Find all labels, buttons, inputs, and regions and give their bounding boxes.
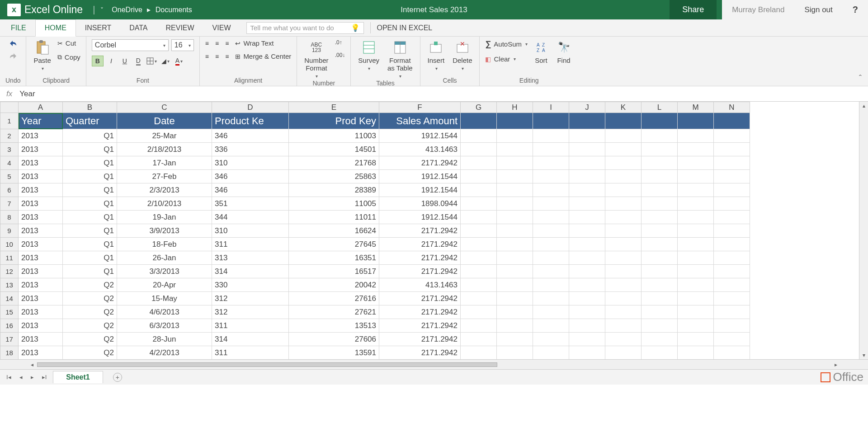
cell[interactable] (714, 197, 750, 211)
sheet-nav-next-icon[interactable]: ▸ (29, 373, 36, 381)
cell[interactable] (461, 251, 497, 265)
cell[interactable]: 25863 (289, 170, 379, 183)
row-header[interactable]: 4 (0, 156, 19, 170)
cell[interactable] (605, 238, 642, 251)
cell[interactable]: 2013 (19, 197, 63, 211)
cell[interactable]: 2171.2942 (379, 305, 461, 319)
cell[interactable] (714, 224, 750, 238)
cell[interactable] (497, 319, 533, 333)
cell[interactable] (533, 346, 569, 360)
cell[interactable]: 336 (212, 143, 289, 156)
row-header[interactable]: 17 (0, 333, 19, 346)
cell[interactable] (533, 170, 569, 183)
survey-button[interactable]: Survey▾ (356, 39, 381, 72)
cell[interactable] (642, 278, 678, 292)
header-cell[interactable]: Product Ke (212, 113, 289, 129)
cell[interactable] (569, 170, 605, 183)
sort-button[interactable]: AZZA Sort (532, 39, 550, 65)
cell[interactable]: 2013 (19, 224, 63, 238)
cell[interactable] (642, 265, 678, 278)
cell[interactable]: 2013 (19, 265, 63, 278)
row-header[interactable]: 10 (0, 238, 19, 251)
cell[interactable] (642, 197, 678, 211)
cell[interactable]: 28389 (289, 183, 379, 197)
font-size-select[interactable]: 16▾ (171, 39, 194, 51)
cell[interactable] (533, 305, 569, 319)
cell[interactable] (461, 183, 497, 197)
cell[interactable]: 413.1463 (379, 278, 461, 292)
cell[interactable]: 2013 (19, 305, 63, 319)
cell[interactable] (714, 170, 750, 183)
cell[interactable] (678, 113, 714, 129)
tab-data[interactable]: DATA (120, 19, 156, 36)
cell[interactable] (642, 170, 678, 183)
undo-button[interactable] (8, 39, 18, 47)
cell[interactable] (569, 224, 605, 238)
sheet-nav-prev-icon[interactable]: ◂ (18, 373, 24, 381)
cell[interactable] (642, 143, 678, 156)
cell[interactable] (605, 346, 642, 360)
find-button[interactable]: 🔭 Find (555, 39, 573, 65)
cell[interactable] (569, 129, 605, 143)
cell[interactable]: 15-May (117, 292, 212, 305)
cell[interactable] (569, 292, 605, 305)
cell[interactable] (678, 278, 714, 292)
cell[interactable] (569, 333, 605, 346)
cell[interactable] (533, 278, 569, 292)
wrap-text-button[interactable]: ↩Wrap Text (235, 39, 274, 47)
spreadsheet-grid[interactable]: ABCDEFGHIJKLMN1YearQuarterDateProduct Ke… (0, 102, 750, 359)
cell[interactable]: 311 (212, 238, 289, 251)
cell[interactable]: 2171.2942 (379, 238, 461, 251)
header-cell[interactable]: Quarter (63, 113, 117, 129)
cell[interactable]: 2013 (19, 129, 63, 143)
cell[interactable] (461, 129, 497, 143)
cell[interactable] (678, 156, 714, 170)
insert-cells-button[interactable]: Insert▾ (426, 39, 447, 72)
cell[interactable]: 4/6/2013 (117, 305, 212, 319)
cell[interactable] (678, 305, 714, 319)
cell[interactable]: 6/3/2013 (117, 319, 212, 333)
scroll-right-icon[interactable]: ▸ (831, 362, 841, 368)
cell[interactable] (569, 113, 605, 129)
font-color-button[interactable]: A▾ (173, 56, 185, 66)
cell[interactable]: Q1 (63, 183, 117, 197)
cell[interactable] (678, 129, 714, 143)
cell[interactable]: 1912.1544 (379, 129, 461, 143)
col-header[interactable]: N (714, 102, 750, 113)
cell[interactable]: 27616 (289, 292, 379, 305)
cell[interactable] (678, 292, 714, 305)
row-header[interactable]: 14 (0, 292, 19, 305)
row-header[interactable]: 8 (0, 211, 19, 224)
cell[interactable] (461, 278, 497, 292)
cell[interactable]: 11011 (289, 211, 379, 224)
cell[interactable] (569, 156, 605, 170)
cell[interactable]: 2013 (19, 346, 63, 360)
col-header[interactable]: C (117, 102, 212, 113)
tab-file[interactable]: FILE (0, 19, 35, 36)
align-bottom-button[interactable]: ≡ (225, 40, 229, 47)
open-in-excel-link[interactable]: OPEN IN EXCEL (377, 19, 433, 36)
cell[interactable]: 2/18/2013 (117, 143, 212, 156)
cell[interactable] (642, 129, 678, 143)
cell[interactable] (714, 251, 750, 265)
cell[interactable] (714, 292, 750, 305)
cell[interactable]: 314 (212, 265, 289, 278)
cell[interactable]: 1898.0944 (379, 197, 461, 211)
cell[interactable]: Q2 (63, 305, 117, 319)
cell[interactable]: 27606 (289, 333, 379, 346)
cut-button[interactable]: ✂Cut (57, 39, 80, 47)
collapse-ribbon-button[interactable]: ˆ (859, 74, 862, 83)
cell[interactable] (461, 113, 497, 129)
cell[interactable] (605, 156, 642, 170)
cell[interactable] (533, 333, 569, 346)
cell[interactable] (605, 129, 642, 143)
cell[interactable]: 2/3/2013 (117, 183, 212, 197)
cell[interactable] (569, 238, 605, 251)
cell[interactable] (678, 170, 714, 183)
cell[interactable]: 2013 (19, 251, 63, 265)
cell[interactable] (533, 113, 569, 129)
tell-me-search[interactable]: Tell me what you want to do 💡 (246, 22, 364, 34)
col-header[interactable]: M (678, 102, 714, 113)
cell[interactable] (678, 251, 714, 265)
cell[interactable] (605, 305, 642, 319)
